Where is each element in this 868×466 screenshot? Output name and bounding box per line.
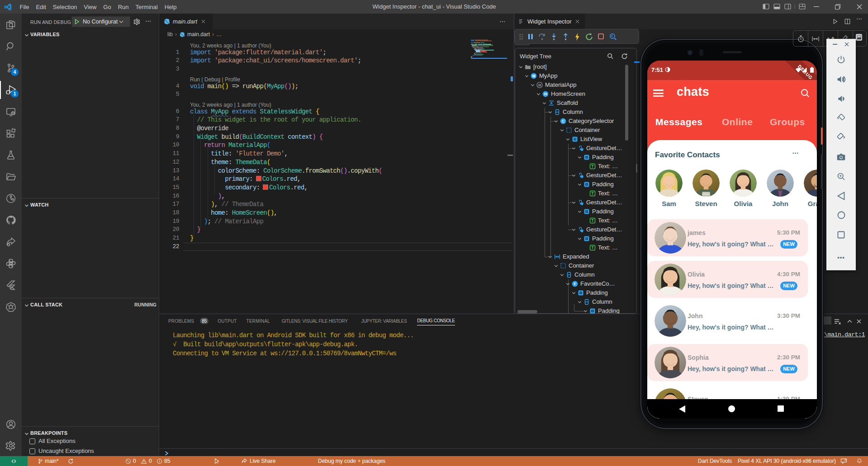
- svg-text:M: M: [532, 74, 535, 78]
- svg-text:F: F: [574, 282, 576, 286]
- svg-text:H: H: [544, 92, 547, 96]
- svg-text:C: C: [562, 119, 564, 123]
- svg-text:M: M: [538, 83, 541, 87]
